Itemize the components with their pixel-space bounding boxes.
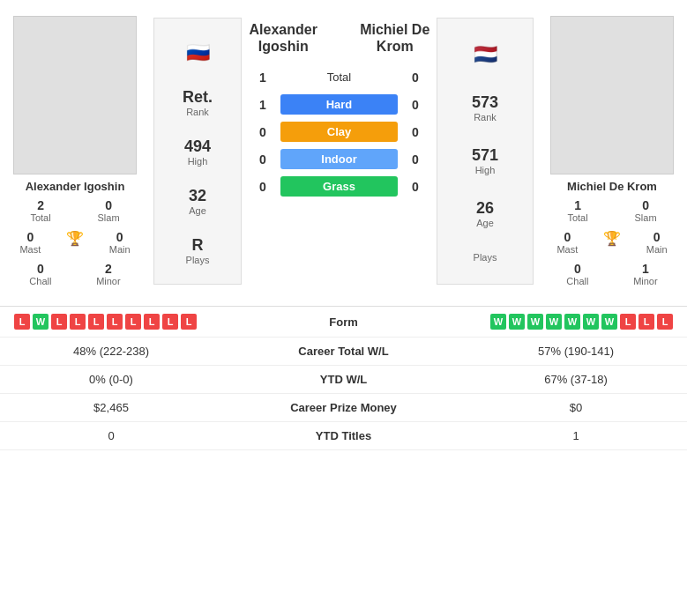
match-p2-name: Michiel DeKrom <box>357 21 434 55</box>
bottom-table: LWLLLLLLLL Form WWWWWWWLLL 48% (222-238)… <box>0 306 687 450</box>
stat-center-3: YTD Titles <box>273 429 414 442</box>
stat-left-2: $2,465 <box>14 401 208 414</box>
stat-center-2: Career Prize Money <box>273 401 414 414</box>
stat-row-3: 0 YTD Titles 1 <box>0 422 687 450</box>
stat-left-1: 0% (0-0) <box>14 373 208 386</box>
player2-age-label: Age <box>476 218 494 228</box>
stat-right-2: $0 <box>479 401 673 414</box>
score-total-p1: 1 <box>245 71 280 85</box>
score-clay-p2: 0 <box>398 125 433 139</box>
player1-main: 0 <box>116 230 123 244</box>
form-badge: L <box>51 314 67 330</box>
form-badge: L <box>125 314 141 330</box>
player1-flag: 🇷🇺 <box>186 41 210 64</box>
player2-chall: 0 <box>574 262 581 276</box>
player2-high-label: High <box>475 165 496 175</box>
stat-row-2: $2,465 Career Prize Money $0 <box>0 394 687 422</box>
player2-rank-label: Rank <box>474 112 497 122</box>
form-badge: L <box>657 314 673 330</box>
player1-mast-label: Mast <box>19 244 41 255</box>
form-badge: W <box>33 314 49 330</box>
form-badge: W <box>509 314 525 330</box>
stat-row-0: 48% (222-238) Career Total W/L 57% (190-… <box>0 338 687 366</box>
player1-rank-value: Ret. <box>183 88 213 107</box>
player1-detail-box: 🇷🇺 Ret. Rank 494 High 32 Age R Plays <box>153 18 242 285</box>
score-row-grass: 0 Grass 0 <box>245 176 433 197</box>
score-row-total: 1 Total 0 <box>245 67 433 87</box>
form-badge: L <box>162 314 178 330</box>
score-row-clay: 0 Clay 0 <box>245 122 433 142</box>
player2-high-value: 571 <box>472 146 498 165</box>
score-clay-label: Clay <box>280 122 398 142</box>
score-total-label: Total <box>280 67 398 87</box>
player1-total-label: Total <box>30 212 50 223</box>
player2-flag: 🇳🇱 <box>474 43 497 66</box>
player2-mast: 0 <box>564 230 571 244</box>
player1-plays-value: R <box>192 236 204 255</box>
player2-form-badges: WWWWWWWLLL <box>490 314 673 330</box>
stat-left-3: 0 <box>14 429 208 442</box>
score-grass-label: Grass <box>280 176 398 197</box>
form-row: LWLLLLLLLL Form WWWWWWWLLL <box>0 307 687 338</box>
score-hard-label: Hard <box>280 94 398 115</box>
match-p1-name: AlexanderIgoshin <box>245 21 322 55</box>
player2-card: Michiel De Krom 1 Total 0 Slam 0 Mast <box>537 9 687 293</box>
player1-trophy-icon: 🏆 <box>66 230 84 247</box>
stat-row-1: 0% (0-0) YTD W/L 67% (37-18) <box>0 366 687 394</box>
score-row-indoor: 0 Indoor 0 <box>245 149 433 169</box>
player1-main-label: Main <box>109 244 131 255</box>
player1-high-value: 494 <box>184 137 211 156</box>
player2-main-label: Main <box>646 244 668 255</box>
player1-chall-label: Chall <box>29 276 51 286</box>
player1-minor-label: Minor <box>96 276 121 286</box>
form-badge: W <box>583 314 599 330</box>
stat-right-1: 67% (37-18) <box>479 373 673 386</box>
player1-rank-label: Rank <box>186 107 209 117</box>
score-hard-p2: 0 <box>398 98 433 112</box>
score-row-hard: 1 Hard 0 <box>245 94 433 115</box>
form-badge: W <box>546 314 562 330</box>
player2-total: 1 <box>574 198 581 212</box>
score-grass-p1: 0 <box>245 180 280 194</box>
player1-high-label: High <box>188 156 208 167</box>
form-badge: W <box>527 314 543 330</box>
player2-mast-label: Mast <box>556 244 578 255</box>
stat-center-0: Career Total W/L <box>273 345 414 358</box>
form-badge: L <box>638 314 654 330</box>
player2-detail-box: 🇳🇱 573 Rank 571 High 26 Age Plays <box>437 18 534 285</box>
player2-stats: 1 Total 0 Slam 0 Mast 🏆 <box>544 198 680 286</box>
player2-slam-label: Slam <box>635 212 657 223</box>
form-badge: L <box>107 314 123 330</box>
score-indoor-p2: 0 <box>398 152 433 167</box>
score-total-p2: 0 <box>398 71 433 85</box>
form-badge: W <box>490 314 506 330</box>
form-badge: L <box>181 314 197 330</box>
player2-total-label: Total <box>567 212 587 223</box>
player1-age-label: Age <box>189 205 206 216</box>
player1-mast: 0 <box>26 230 34 244</box>
form-badge: L <box>620 314 636 330</box>
stat-left-0: 48% (222-238) <box>14 345 208 358</box>
player2-chall-label: Chall <box>566 276 588 286</box>
form-badge: L <box>14 314 30 330</box>
player1-photo <box>13 16 137 174</box>
form-badge: L <box>70 314 86 330</box>
player2-minor: 1 <box>642 262 649 276</box>
player2-slam: 0 <box>642 198 649 212</box>
player1-slam-label: Slam <box>98 212 120 223</box>
player1-plays-label: Plays <box>186 255 210 265</box>
score-clay-p1: 0 <box>245 125 280 139</box>
score-grass-p2: 0 <box>398 180 433 194</box>
score-hard-p1: 1 <box>245 98 280 112</box>
form-badge: L <box>144 314 160 330</box>
form-badge: W <box>564 314 580 330</box>
form-badge: L <box>88 314 104 330</box>
match-stats: AlexanderIgoshin Michiel DeKrom 1 Total … <box>245 9 433 293</box>
player2-age-value: 26 <box>476 199 494 218</box>
top-section: Alexander Igoshin 2 Total 0 Slam 0 Mast <box>0 0 687 302</box>
stat-right-0: 57% (190-141) <box>479 345 673 358</box>
player2-photo <box>550 16 674 174</box>
score-indoor-label: Indoor <box>280 149 398 169</box>
player1-chall: 0 <box>37 262 44 276</box>
player1-minor: 2 <box>105 262 112 276</box>
